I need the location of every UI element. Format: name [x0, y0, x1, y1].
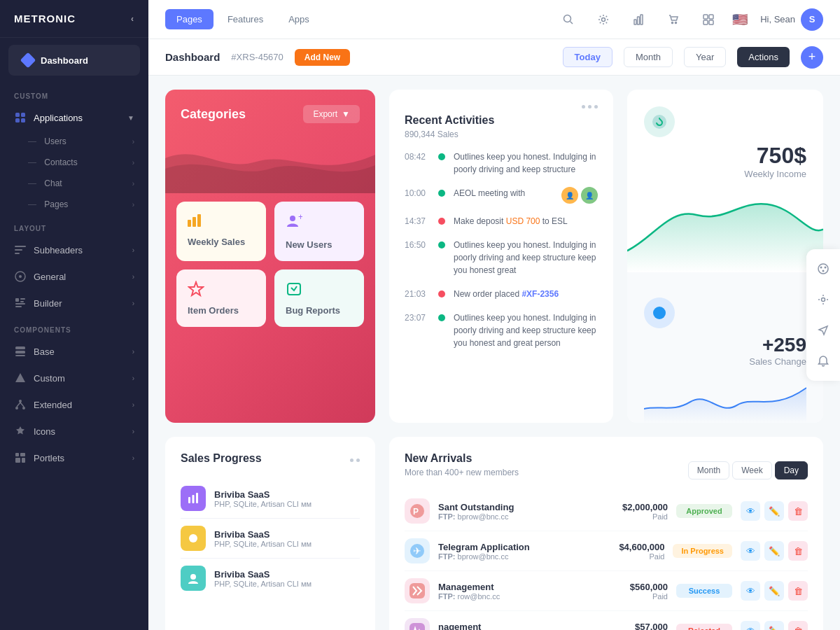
status-badge: Approved	[676, 504, 732, 518]
edit-button[interactable]: ✏️	[764, 541, 784, 561]
sidebar-item-chat[interactable]: — Chat ›	[0, 173, 148, 194]
arrivals-header: New Arrivals More than 400+ new members …	[405, 452, 808, 489]
sidebar-item-builder[interactable]: Builder ›	[0, 290, 148, 316]
sidebar-item-contacts[interactable]: — Contacts ›	[0, 152, 148, 173]
row-actions: 👁 ✏️ 🗑	[741, 501, 808, 521]
edit-button[interactable]: ✏️	[764, 501, 784, 521]
week-ctrl[interactable]: Week	[732, 461, 771, 479]
widget-item-orders[interactable]: Item Orders	[176, 270, 266, 327]
svg-rect-58	[410, 623, 425, 630]
options-dot[interactable]	[356, 458, 360, 462]
builder-icon	[14, 297, 27, 309]
view-button[interactable]: 👁	[741, 541, 760, 561]
tab-pages[interactable]: Pages	[165, 9, 214, 29]
user-menu[interactable]: Hi, Sean S	[760, 8, 823, 31]
edit-button[interactable]: ✏️	[764, 581, 784, 601]
grid-icon[interactable]	[697, 8, 720, 31]
categories-wave	[165, 130, 375, 193]
delete-button[interactable]: 🗑	[788, 621, 808, 630]
flag-icon[interactable]: 🇺🇸	[732, 12, 748, 27]
activity-dot-green	[438, 241, 445, 248]
sales-sub: PHP, SQLite, Artisan CLI мм	[214, 540, 360, 548]
view-button[interactable]: 👁	[741, 581, 760, 601]
avatar: 👤	[561, 187, 578, 204]
chevron-down-icon: ▼	[127, 114, 134, 122]
sidebar-item-portlets[interactable]: Portlets ›	[0, 444, 148, 471]
svg-rect-45	[288, 284, 300, 295]
sales-avatar	[181, 526, 206, 551]
sidebar-item-dashboard[interactable]: Dashboard	[8, 45, 140, 76]
svg-point-33	[672, 22, 673, 23]
chart-icon[interactable]	[627, 8, 650, 31]
export-label: Export	[313, 109, 337, 119]
widget-weekly-sales[interactable]: Weekly Sales	[176, 202, 266, 261]
activity-list: 08:42 Outlines keep you honest. Indulgin…	[405, 150, 598, 349]
add-new-button[interactable]: Add New	[295, 49, 350, 66]
sidebar-item-users[interactable]: — Users ›	[0, 131, 148, 152]
sales-change-amount: +259	[644, 334, 806, 356]
sidebar-item-custom[interactable]: Custom ›	[0, 365, 148, 391]
subheaders-label: Subheaders	[34, 245, 83, 255]
activity-time: 14:37	[405, 215, 430, 226]
today-button[interactable]: Today	[563, 47, 612, 67]
month-ctrl[interactable]: Month	[688, 461, 729, 479]
svg-point-71	[818, 264, 828, 274]
view-button[interactable]: 👁	[741, 501, 760, 521]
actions-button[interactable]: Actions	[737, 47, 790, 67]
svg-rect-12	[15, 303, 25, 304]
view-button[interactable]: 👁	[741, 621, 760, 630]
tab-features[interactable]: Features	[216, 9, 274, 29]
sidebar-item-extended[interactable]: Extended ›	[0, 391, 148, 418]
users-chevron-icon: ›	[132, 138, 134, 146]
delete-button[interactable]: 🗑	[788, 501, 808, 521]
sidebar-item-base[interactable]: Base ›	[0, 338, 148, 365]
svg-point-75	[822, 298, 825, 302]
bell-icon[interactable]	[812, 350, 834, 372]
svg-rect-3	[21, 118, 25, 122]
sidebar-item-pages[interactable]: — Pages ›	[0, 194, 148, 215]
income-top: 750$ Weekly Income	[627, 90, 823, 179]
svg-rect-2	[15, 118, 20, 122]
sidebar-collapse-icon[interactable]: ‹	[131, 14, 134, 24]
palette-icon[interactable]	[812, 258, 834, 280]
month-button[interactable]: Month	[624, 47, 673, 67]
search-icon[interactable]	[557, 8, 580, 31]
options-dot[interactable]	[350, 458, 354, 462]
delete-button[interactable]: 🗑	[788, 541, 808, 561]
arrivals-amount: $57,000 Paid	[598, 622, 668, 631]
sidebar-item-applications[interactable]: Applications ▼	[0, 104, 148, 131]
sales-progress-card: Sales Progress Briviba SaaS PHP, SQLite,	[165, 437, 375, 630]
export-button[interactable]: Export ▼	[303, 105, 360, 123]
shopping-icon[interactable]	[662, 8, 685, 31]
widget-new-users[interactable]: + New Users	[274, 202, 364, 261]
add-icon[interactable]: +	[801, 46, 823, 69]
arrivals-app-info: Management FTP: row@bnc.cc	[438, 582, 589, 601]
year-button[interactable]: Year	[684, 47, 726, 67]
svg-text:✈: ✈	[413, 545, 421, 556]
sidebar-item-subheaders[interactable]: Subheaders ›	[0, 237, 148, 263]
item-orders-icon	[188, 281, 204, 300]
sidebar-item-icons[interactable]: Icons ›	[0, 418, 148, 444]
day-ctrl[interactable]: Day	[775, 461, 808, 479]
settings-icon[interactable]	[592, 8, 615, 31]
sales-change-label: Sales Change	[644, 356, 806, 367]
gear-icon[interactable]	[812, 288, 834, 311]
svg-rect-30	[634, 20, 636, 24]
price: $2,000,000	[598, 502, 668, 512]
new-arrivals-card: New Arrivals More than 400+ new members …	[389, 437, 823, 630]
svg-point-29	[602, 18, 606, 21]
sidebar-item-general[interactable]: General ›	[0, 263, 148, 290]
tab-apps[interactable]: Apps	[277, 9, 321, 29]
svg-rect-31	[638, 17, 640, 24]
sidebar-section-custom: CUSTOM	[0, 83, 148, 104]
send-icon[interactable]	[812, 319, 834, 342]
svg-rect-13	[15, 306, 22, 307]
edit-button[interactable]: ✏️	[764, 621, 784, 630]
activities-subtitle: 890,344 Sales	[405, 130, 598, 139]
app-name: Management	[438, 582, 589, 592]
svg-rect-1	[21, 113, 25, 117]
delete-button[interactable]: 🗑	[788, 581, 808, 601]
svg-rect-4	[15, 246, 26, 247]
widget-bug-reports[interactable]: Bug Reports	[274, 270, 364, 327]
activity-item: 08:42 Outlines keep you honest. Indulgin…	[405, 150, 598, 176]
